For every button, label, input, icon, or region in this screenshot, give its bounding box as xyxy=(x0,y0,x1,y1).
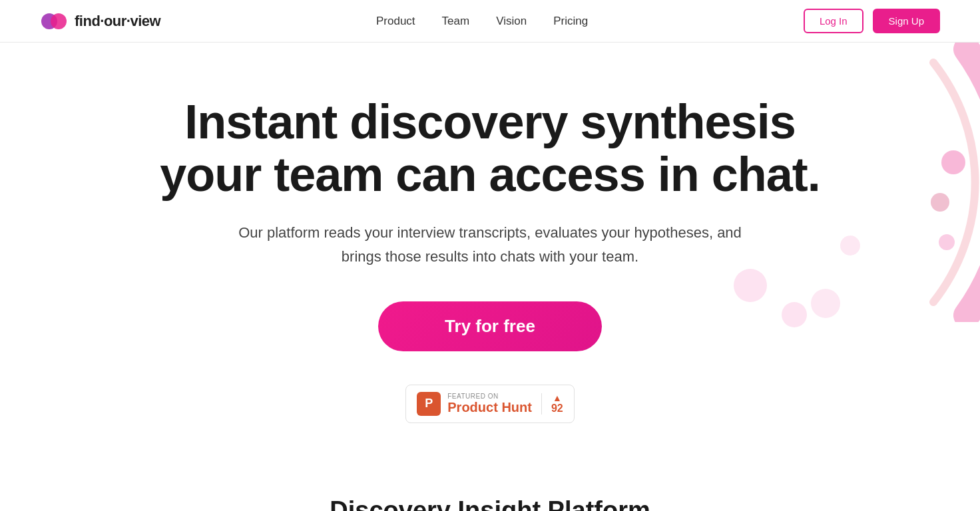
product-hunt-badge[interactable]: P FEATURED ON Product Hunt ▲ 92 xyxy=(405,385,574,423)
nav-product[interactable]: Product xyxy=(376,15,415,28)
logo-text: find·our·view xyxy=(75,13,160,30)
main-nav: Product Team Vision Pricing xyxy=(376,15,588,28)
try-free-button[interactable]: Try for free xyxy=(378,301,602,351)
logo[interactable]: find·our·view xyxy=(40,7,160,35)
nav-team[interactable]: Team xyxy=(442,15,470,28)
nav-pricing[interactable]: Pricing xyxy=(553,15,588,28)
product-hunt-text: FEATURED ON Product Hunt xyxy=(447,393,532,415)
ph-votes-section: ▲ 92 xyxy=(541,393,563,415)
hero-subtitle: Our platform reads your interview transc… xyxy=(230,221,750,267)
login-button[interactable]: Log In xyxy=(804,9,863,33)
discovery-section: Discovery Insight Platform ? Thread 🔒 pr… xyxy=(0,483,980,511)
ph-name: Product Hunt xyxy=(447,400,532,415)
header: find·our·view Product Team Vision Pricin… xyxy=(0,0,980,43)
header-actions: Log In Sign Up xyxy=(804,9,940,33)
svg-point-1 xyxy=(51,13,67,29)
main-content: Instant discovery synthesis your team ca… xyxy=(0,43,980,511)
ph-featured-label: FEATURED ON xyxy=(447,393,498,400)
signup-button[interactable]: Sign Up xyxy=(873,9,940,33)
ph-upvote-arrow: ▲ xyxy=(553,393,562,403)
ph-vote-count: 92 xyxy=(551,403,563,415)
logo-icon xyxy=(40,7,68,35)
hero-section: Instant discovery synthesis your team ca… xyxy=(0,43,980,483)
product-hunt-icon: P xyxy=(417,392,441,416)
hero-title: Instant discovery synthesis your team ca… xyxy=(133,96,847,201)
nav-vision[interactable]: Vision xyxy=(496,15,527,28)
discovery-title: Discovery Insight Platform xyxy=(133,496,847,511)
